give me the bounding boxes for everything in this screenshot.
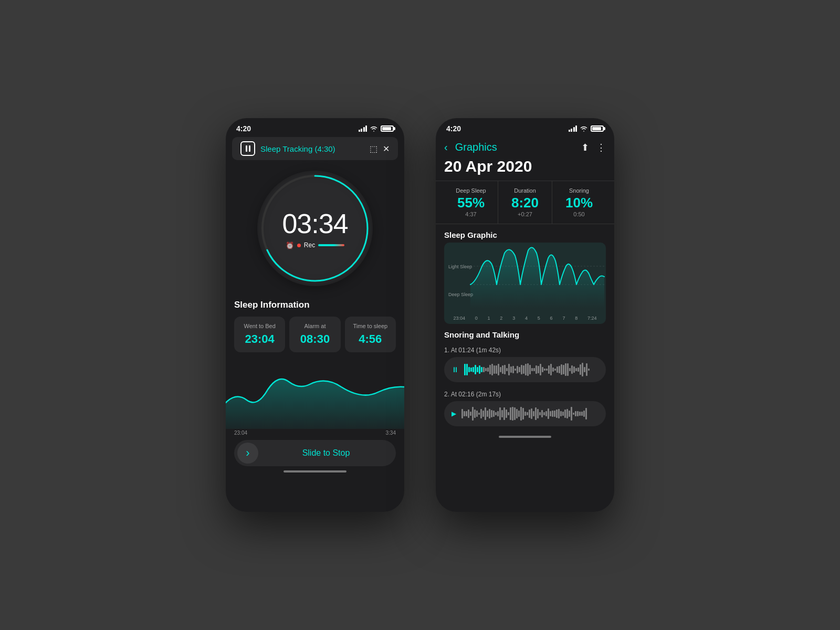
chart-time-axis: 23:04 0 1 2 3 4 5 6 7 8 7:24 <box>444 316 606 321</box>
deep-sleep-value: 55% <box>447 196 495 209</box>
snoring-label: Snoring <box>555 187 603 194</box>
audio-player-2[interactable]: ▶ <box>444 401 606 426</box>
right-signal-icon <box>569 125 578 132</box>
rec-bar <box>318 244 344 246</box>
chart-time-10: 7:24 <box>587 316 597 321</box>
chart-time-2: 1 <box>488 316 490 321</box>
snoring-section-title: Snoring and Talking <box>436 324 614 342</box>
wave-times: 23:04 3:34 <box>226 430 404 436</box>
sleep-graphic-chart: Light Sleep Deep Sleep 23:04 0 1 2 3 4 <box>444 243 606 324</box>
right-phone: 4:20 ‹ Graphics ⬆ ⋮ 20 Apr 2020 Deep <box>436 118 614 512</box>
right-time: 4:20 <box>446 124 461 133</box>
timer-display: 03:34 <box>282 208 348 239</box>
waveform-1 <box>464 362 598 377</box>
time-to-sleep-card: Time to sleep 4:56 <box>345 317 396 352</box>
alarm-label: Alarm at <box>295 323 335 329</box>
timer-circle: 03:34 ⏰ Rec <box>257 171 373 286</box>
stats-row: Deep Sleep 55% 4:37 Duration 8:20 +0:27 … <box>436 181 614 224</box>
went-to-bed-card: Went to Bed 23:04 <box>234 317 285 352</box>
battery-icon <box>381 125 394 132</box>
wifi-icon <box>370 125 378 132</box>
timer-section: 03:34 ⏰ Rec <box>226 160 404 291</box>
deep-sleep-stat: Deep Sleep 55% 4:37 <box>444 181 498 224</box>
audio-item-2: 2. At 02:16 (2m 17s) ▶ <box>436 386 614 430</box>
nav-title: Graphics <box>455 141 576 153</box>
right-wifi-icon <box>580 125 588 132</box>
expand-icon[interactable]: ⬚ <box>370 144 377 154</box>
chart-time-9: 8 <box>575 316 578 321</box>
slide-stop-label: Slide to Stop <box>258 448 394 458</box>
went-to-bed-value: 23:04 <box>239 332 280 346</box>
audio-item-1: 1. At 01:24 (1m 42s) ⏸ <box>436 342 614 386</box>
waveform-2 <box>461 406 598 421</box>
chart-time-3: 2 <box>500 316 502 321</box>
duration-value: 8:20 <box>501 196 549 209</box>
rec-text: Rec <box>304 242 315 249</box>
info-cards: Went to Bed 23:04 Alarm at 08:30 Time to… <box>234 317 396 352</box>
alarm-card: Alarm at 08:30 <box>289 317 340 352</box>
chart-time-4: 3 <box>512 316 515 321</box>
duration-stat: Duration 8:20 +0:27 <box>498 181 552 224</box>
more-icon[interactable]: ⋮ <box>596 142 606 153</box>
snoring-stat: Snoring 10% 0:50 <box>552 181 606 224</box>
went-to-bed-label: Went to Bed <box>239 323 280 329</box>
time-to-sleep-label: Time to sleep <box>350 323 391 329</box>
alarm-value: 08:30 <box>295 332 335 346</box>
sleep-info-title: Sleep Information <box>234 300 396 310</box>
left-wave-chart <box>226 361 404 429</box>
audio-player-1[interactable]: ⏸ <box>444 357 606 382</box>
chart-time-5: 4 <box>525 316 528 321</box>
right-battery-icon <box>591 125 604 132</box>
sleep-graphic-svg <box>444 243 606 324</box>
rec-dot <box>297 244 301 247</box>
wave-start-time: 23:04 <box>234 430 247 436</box>
audio-timestamp-1: 1. At 01:24 (1m 42s) <box>444 346 606 354</box>
wave-end-time: 3:34 <box>386 430 396 436</box>
deep-sleep-label: Deep Sleep <box>447 187 495 194</box>
play-icon-2[interactable]: ▶ <box>452 410 456 417</box>
left-status-icons <box>359 125 394 132</box>
slide-to-stop[interactable]: Slide to Stop <box>234 440 396 466</box>
deep-sleep-sub: 4:37 <box>447 211 495 217</box>
time-to-sleep-value: 4:56 <box>350 332 391 346</box>
tracking-title: Sleep Tracking (4:30) <box>260 144 364 153</box>
right-status-icons <box>569 125 604 132</box>
left-wave-svg <box>226 361 404 429</box>
close-icon[interactable]: ✕ <box>383 144 390 154</box>
snoring-sub: 0:50 <box>555 211 603 217</box>
right-nav: ‹ Graphics ⬆ ⋮ <box>436 137 614 155</box>
chart-time-8: 7 <box>562 316 565 321</box>
nav-icons: ⬆ ⋮ <box>581 142 606 153</box>
right-home-indicator <box>499 436 551 438</box>
share-icon[interactable]: ⬆ <box>581 142 589 153</box>
sleep-graphic-title: Sleep Graphic <box>436 224 614 243</box>
chart-time-0: 23:04 <box>453 316 465 321</box>
left-status-bar: 4:20 <box>226 118 404 137</box>
tracking-bar[interactable]: Sleep Tracking (4:30) ⬚ ✕ <box>232 137 398 160</box>
pause-button[interactable] <box>240 141 255 156</box>
chart-time-7: 6 <box>550 316 553 321</box>
duration-sub: +0:27 <box>501 211 549 217</box>
chart-time-6: 5 <box>538 316 540 321</box>
duration-label: Duration <box>501 187 549 194</box>
rec-row: ⏰ Rec <box>286 242 344 249</box>
signal-icon <box>359 125 368 132</box>
date-header: 20 Apr 2020 <box>436 155 614 181</box>
audio-timestamp-2: 2. At 02:16 (2m 17s) <box>444 391 606 398</box>
chart-time-1: 0 <box>475 316 478 321</box>
right-status-bar: 4:20 <box>436 118 614 137</box>
left-time: 4:20 <box>236 124 251 133</box>
alarm-icon: ⏰ <box>286 242 294 249</box>
left-phone: 4:20 Sleep Tracking (4:30) ⬚ ✕ <box>226 118 404 512</box>
pause-play-icon-1[interactable]: ⏸ <box>452 365 459 374</box>
sleep-info-section: Sleep Information Went to Bed 23:04 Alar… <box>226 291 404 356</box>
tracking-icons: ⬚ ✕ <box>370 144 390 154</box>
left-home-indicator <box>284 470 346 472</box>
slide-arrow-icon[interactable] <box>237 443 258 464</box>
back-button[interactable]: ‹ <box>444 141 448 153</box>
snoring-value: 10% <box>555 196 603 209</box>
